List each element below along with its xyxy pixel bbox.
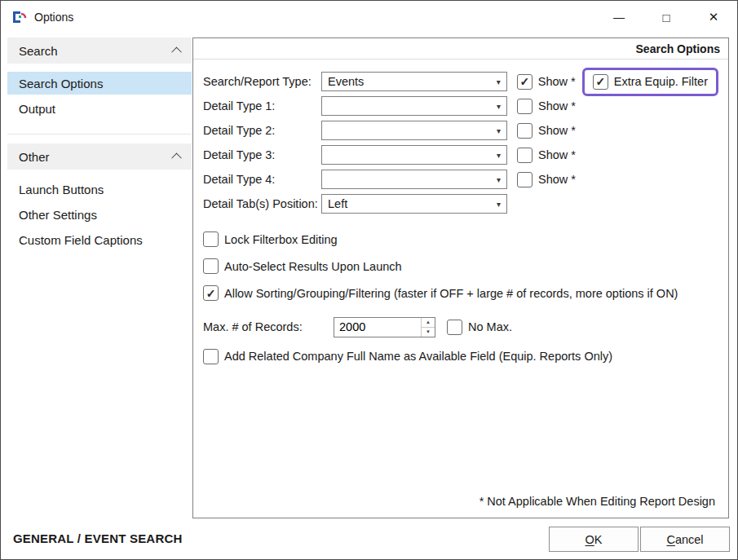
spin-down-button[interactable]: ▼ (422, 328, 435, 337)
chevron-up-icon (171, 46, 182, 57)
maximize-button[interactable]: □ (643, 1, 690, 33)
option-checkbox-group: Lock Filterbox Editing Auto-Select Resul… (203, 226, 718, 306)
no-max-group: No Max. (447, 320, 512, 335)
allow-sorting-grouping-checkbox[interactable]: ✓ (203, 285, 219, 301)
maximize-icon: □ (662, 11, 670, 24)
sidebar-item-launch-buttons[interactable]: Launch Buttons (7, 178, 192, 201)
max-records-input[interactable]: ▲ ▼ (334, 317, 435, 337)
max-records-label: Max. # of Records: (203, 320, 334, 333)
detail-type-3-select[interactable]: ▾ (321, 145, 507, 165)
no-max-checkbox[interactable] (447, 320, 462, 335)
minimize-button[interactable]: — (595, 1, 643, 33)
cancel-label-rest: ancel (675, 533, 704, 546)
add-related-row: Add Related Company Full Name as Availab… (203, 343, 718, 369)
spin-up-icon: ▲ (426, 320, 431, 324)
show-checkbox-2[interactable] (517, 99, 533, 114)
app-icon (12, 11, 27, 24)
show-group: Show * (517, 172, 576, 187)
show-checkbox-5[interactable] (517, 172, 533, 187)
lock-filterbox-editing-checkbox[interactable] (203, 231, 219, 247)
form-row: Detail Type 1: ▾ Show * (203, 94, 718, 118)
sidebar-other-items: Launch Buttons Other Settings Custom Fie… (7, 170, 192, 265)
chevron-down-icon: ▾ (497, 102, 506, 111)
sidebar-item-other-settings[interactable]: Other Settings (7, 203, 192, 226)
footnote: * Not Applicable When Editing Report Des… (479, 495, 715, 508)
detail-type-2-label: Detail Type 2: (203, 124, 321, 137)
window-controls: — □ ✕ (595, 1, 737, 33)
show-group: ✓ Show * (517, 74, 576, 90)
ok-label-rest: K (594, 533, 603, 546)
detail-type-4-select[interactable]: ▾ (321, 170, 507, 189)
sidebar-item-label: Output (19, 102, 55, 116)
show-label: Show * (538, 75, 576, 88)
status-text: GENERAL / EVENT SEARCH (13, 531, 183, 545)
auto-select-results-label: Auto-Select Results Upon Launch (224, 260, 402, 273)
show-label: Show * (538, 124, 576, 137)
show-group: Show * (517, 99, 576, 114)
detail-tabs-position-label: Detail Tab(s) Position: (203, 197, 321, 210)
chevron-down-icon: ▾ (497, 200, 506, 209)
show-label: Show * (538, 148, 576, 161)
ok-button[interactable]: OK (549, 527, 639, 552)
detail-type-2-select[interactable]: ▾ (321, 121, 507, 140)
form-row: Detail Type 4: ▾ Show * (203, 167, 718, 192)
detail-type-1-label: Detail Type 1: (203, 99, 321, 112)
sidebar-item-label: Custom Field Captions (19, 233, 143, 247)
check-icon: ✓ (206, 287, 216, 300)
show-checkbox-1[interactable]: ✓ (517, 74, 533, 90)
add-related-company-label: Add Related Company Full Name as Availab… (224, 350, 612, 363)
show-checkbox-4[interactable] (517, 148, 533, 163)
spinner-buttons: ▲ ▼ (421, 318, 435, 337)
option-row: ✓ Allow Sorting/Grouping/Filtering (fast… (203, 280, 718, 306)
check-icon: ✓ (519, 75, 529, 88)
show-group: Show * (517, 148, 576, 163)
panel-title: Search Options (193, 38, 728, 60)
option-row: Auto-Select Results Upon Launch (203, 253, 718, 280)
spin-up-button[interactable]: ▲ (422, 318, 435, 328)
form-row: Search/Report Type: Events ▾ ✓ Show * ✓ … (203, 69, 718, 94)
add-related-company-checkbox[interactable] (203, 349, 219, 364)
check-icon: ✓ (595, 75, 605, 88)
highlight-annotation-box: ✓ Extra Equip. Filter (582, 68, 718, 96)
detail-tabs-position-select[interactable]: Left ▾ (321, 194, 507, 214)
cancel-button[interactable]: Cancel (640, 527, 730, 552)
chevron-down-icon: ▾ (497, 126, 506, 135)
sidebar-section-other-label: Other (19, 150, 50, 164)
chevron-down-icon: ▾ (497, 77, 506, 86)
sidebar-divider (7, 134, 192, 134)
chevron-down-icon: ▾ (497, 151, 506, 160)
extra-equip-filter-checkbox[interactable]: ✓ (593, 74, 608, 90)
show-group: Show * (517, 123, 576, 139)
show-label: Show * (538, 99, 576, 112)
lock-filterbox-editing-label: Lock Filterbox Editing (224, 233, 338, 246)
detail-type-1-select[interactable]: ▾ (321, 96, 507, 116)
combo-value: Left (328, 197, 347, 210)
extra-equip-filter-label: Extra Equip. Filter (614, 75, 708, 88)
sidebar-item-label: Other Settings (19, 208, 97, 222)
chevron-down-icon: ▾ (497, 175, 506, 184)
sidebar-section-search[interactable]: Search (7, 37, 192, 64)
max-records-value[interactable] (334, 318, 421, 337)
search-options-form: Search/Report Type: Events ▾ ✓ Show * ✓ … (193, 60, 728, 369)
sidebar-item-output[interactable]: Output (7, 97, 192, 120)
sidebar-item-label: Search Options (19, 77, 103, 90)
close-button[interactable]: ✕ (690, 1, 737, 33)
sidebar-search-items: Search Options Output (7, 64, 192, 134)
max-records-row: Max. # of Records: ▲ ▼ (203, 315, 718, 339)
close-icon: ✕ (709, 10, 719, 24)
combo-value: Events (328, 75, 364, 88)
sidebar-item-search-options[interactable]: Search Options (7, 72, 192, 95)
sidebar-section-search-label: Search (19, 44, 58, 58)
search-report-type-select[interactable]: Events ▾ (321, 72, 507, 91)
ok-label: O (586, 533, 594, 546)
sidebar: Search Search Options Output Other Launc… (7, 37, 192, 265)
allow-sorting-grouping-label: Allow Sorting/Grouping/Filtering (faster… (224, 287, 678, 300)
option-row: Lock Filterbox Editing (203, 226, 718, 253)
auto-select-results-checkbox[interactable] (203, 258, 219, 274)
sidebar-item-custom-field-captions[interactable]: Custom Field Captions (7, 228, 192, 251)
form-row: Detail Type 2: ▾ Show * (203, 118, 718, 143)
options-dialog: Options — □ ✕ Search Search Options Outp… (0, 0, 738, 560)
show-checkbox-3[interactable] (517, 123, 533, 139)
search-report-type-label: Search/Report Type: (203, 75, 321, 88)
sidebar-section-other[interactable]: Other (7, 143, 192, 170)
